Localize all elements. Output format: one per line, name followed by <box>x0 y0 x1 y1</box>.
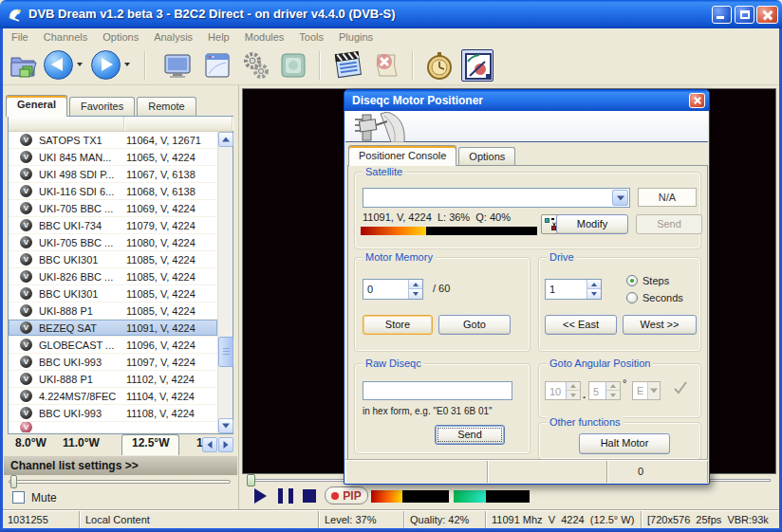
header-column-info[interactable] <box>124 117 233 131</box>
delete-file-icon[interactable] <box>370 49 402 82</box>
seconds-radio[interactable] <box>626 292 638 303</box>
record-clapperboard-icon[interactable] <box>332 49 364 82</box>
back-dropdown-icon[interactable] <box>77 63 83 66</box>
forward-dropdown-icon[interactable] <box>124 63 130 66</box>
channel-list-tab[interactable]: General <box>6 95 67 117</box>
open-channel-list-icon[interactable] <box>8 49 40 82</box>
menu-item[interactable]: Plugins <box>331 28 381 46</box>
channel-row[interactable]: SATOPS TX1 11064, V, 12671 <box>9 132 217 149</box>
chevron-down-icon <box>617 195 624 200</box>
maximize-icon <box>740 10 750 19</box>
channel-row[interactable]: BBC UKI301 11085, V, 4224 <box>9 285 217 303</box>
dialog-tab[interactable]: Positioner Console <box>348 145 456 166</box>
channel-row[interactable]: BEZEQ SAT 11091, V, 4224 <box>9 320 217 337</box>
channel-row[interactable]: UKI-116 SDI 6... 11068, V, 6138 <box>9 183 217 200</box>
steps-radio[interactable] <box>626 275 638 286</box>
forward-button[interactable] <box>91 49 123 82</box>
scroll-down-button[interactable] <box>218 418 233 433</box>
minimize-button[interactable] <box>712 6 732 24</box>
fullscreen-monitor-icon[interactable] <box>161 49 194 82</box>
timeshift-stopwatch-icon[interactable] <box>423 49 456 82</box>
scroll-up-button[interactable] <box>218 132 233 147</box>
scroll-right-button[interactable] <box>218 437 233 452</box>
channel-name: UKI 845 MAN... <box>39 152 126 163</box>
header-column-name[interactable] <box>9 117 124 131</box>
channel-info: 11085, V, 4224 <box>126 305 196 317</box>
pause-button[interactable] <box>278 488 293 504</box>
preview-window-icon[interactable] <box>201 49 233 82</box>
other-functions-group: Other functions Halt Motor <box>538 422 701 460</box>
channel-row[interactable] <box>9 422 217 433</box>
menu-item[interactable]: Analysis <box>146 28 200 46</box>
maximize-button[interactable] <box>735 6 754 24</box>
channel-row[interactable]: UKI 498 SDI P... 11067, V, 6138 <box>9 166 217 183</box>
channel-row[interactable]: UKI-888 P1 11085, V, 4224 <box>9 303 217 320</box>
channel-row[interactable]: UKI-888 P1 11102, V, 4224 <box>9 371 217 388</box>
channel-list-tab[interactable]: Remote <box>137 97 196 116</box>
satellite-tab[interactable]: 12.5°W <box>121 434 179 455</box>
channel-list-settings-header[interactable]: Channel list settings >> <box>4 456 237 475</box>
close-button[interactable] <box>756 6 778 24</box>
satellite-tab[interactable]: 11.0°W <box>63 436 100 449</box>
memory-slot-spinner[interactable]: 0 <box>363 279 423 300</box>
osd-cube-icon[interactable] <box>277 49 309 82</box>
spin-up-button[interactable] <box>587 280 601 289</box>
channel-row[interactable]: 4.224MS7/8FEC 11104, V, 4224 <box>9 388 217 405</box>
halt-motor-button[interactable]: Halt Motor <box>579 433 670 454</box>
drive-west-button[interactable]: West >> <box>623 315 697 335</box>
volume-slider-thumb[interactable] <box>10 475 17 488</box>
settings-gears-icon[interactable] <box>239 49 271 82</box>
channel-name: BBC UKI-993 <box>39 408 126 419</box>
channel-row[interactable]: BBC UKI-734 11079, V, 4224 <box>9 217 217 234</box>
motor-dish-illustration <box>349 112 419 142</box>
raw-diseqc-hint: in hex form, e.g. "E0 31 6B 01" <box>363 406 493 416</box>
goto-angular-position-group: Goto Angular Position 10 . 5 ° E <box>538 363 701 418</box>
combobox-dropdown-button[interactable] <box>612 190 628 206</box>
satellite-tab[interactable]: 8.0°W <box>15 436 47 449</box>
volume-slider[interactable] <box>9 480 231 484</box>
spin-down-button[interactable] <box>409 289 422 299</box>
channel-row[interactable]: UKI-705 BBC ... 11080, V, 4224 <box>9 234 217 251</box>
channel-row[interactable]: GLOBECAST ... 11096, V, 4224 <box>9 337 217 354</box>
stored-position-box: N/A <box>638 188 697 207</box>
spin-down-button[interactable] <box>587 289 601 299</box>
menu-item[interactable]: Options <box>95 28 146 46</box>
menu-item[interactable]: File <box>4 28 36 46</box>
channel-list-tab[interactable]: Favorites <box>69 97 135 116</box>
goto-button[interactable]: Goto <box>438 315 511 335</box>
channel-row[interactable]: UKI-826 BBC ... 11085, V, 4224 <box>9 268 217 285</box>
scheduler-clock-icon[interactable] <box>461 49 493 82</box>
scroll-left-button[interactable] <box>202 437 217 452</box>
channel-row[interactable]: UKI 845 MAN... 11065, V, 4224 <box>9 149 217 166</box>
menu-item[interactable]: Tools <box>291 28 331 46</box>
stop-button[interactable] <box>303 489 316 503</box>
channel-name: SATOPS TX1 <box>39 135 126 146</box>
seek-slider-thumb[interactable] <box>247 474 255 486</box>
channel-row[interactable]: BBC UKI-993 11097, V, 4224 <box>9 354 217 371</box>
menu-item[interactable]: Help <box>200 28 237 46</box>
channel-row[interactable]: BBC UKI-993 11108, V, 4224 <box>9 405 217 422</box>
drive-east-button[interactable]: << East <box>545 315 617 335</box>
satellite-combobox[interactable]: 3475 - 12.5°W - AtlanticBird1-Feed <box>363 188 630 208</box>
dialog-close-button[interactable] <box>689 93 705 108</box>
channel-row[interactable]: BBC UKI301 11085, V, 4224 <box>9 251 217 268</box>
store-button[interactable]: Store <box>363 315 433 335</box>
menu-item[interactable]: Modules <box>237 28 292 46</box>
modify-button[interactable]: Modify <box>556 214 628 234</box>
send-raw-button[interactable]: Send <box>435 425 505 445</box>
channel-info: 11091, V, 4224 <box>126 322 196 334</box>
pip-button[interactable]: PIP <box>325 486 368 504</box>
back-button[interactable] <box>44 49 76 82</box>
channel-row[interactable]: UKI-705 BBC ... 11069, V, 4224 <box>9 200 217 217</box>
play-button[interactable] <box>254 488 267 504</box>
panel-divider <box>238 85 239 510</box>
video-channel-icon <box>20 202 32 214</box>
drive-amount-spinner[interactable]: 1 <box>545 279 602 300</box>
spin-up-button[interactable] <box>409 280 422 289</box>
channel-list-scrollbar[interactable] <box>217 132 233 433</box>
menu-item[interactable]: Channels <box>36 28 95 46</box>
scrollbar-thumb[interactable] <box>218 337 233 367</box>
dialog-tab[interactable]: Options <box>458 147 515 165</box>
raw-diseqc-input[interactable] <box>363 381 512 400</box>
mute-checkbox[interactable] <box>12 491 25 504</box>
